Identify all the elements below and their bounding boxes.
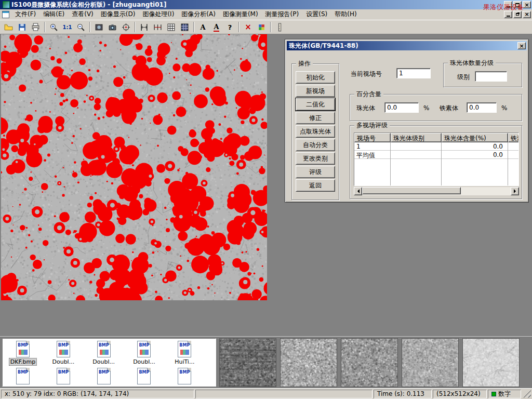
header-field-no[interactable]: 视场号 <box>354 133 391 142</box>
thumbnail-4[interactable] <box>402 338 459 387</box>
binarize-button[interactable]: 二值化 <box>296 98 335 111</box>
measure-distance-icon[interactable] <box>151 21 164 33</box>
metallograph-image[interactable] <box>1 34 267 300</box>
auto-classify-button[interactable]: 自动分类 <box>296 139 335 151</box>
correct-button[interactable]: 修正 <box>296 112 335 124</box>
percent-group-label: 百分含量 <box>354 90 383 98</box>
pearlite-percent-sign: % <box>423 104 429 112</box>
size-text: (512x512x24) <box>436 390 481 397</box>
file-item-partial[interactable]: BMP <box>44 367 83 385</box>
color-marker-icon[interactable] <box>255 21 268 33</box>
scroll-left-button[interactable] <box>354 187 362 195</box>
menu-measure-report[interactable]: 测量报告(P) <box>262 9 303 20</box>
file-item-partial[interactable]: BMP <box>4 367 42 385</box>
actual-size-icon[interactable]: 1:1 <box>61 21 74 33</box>
menu-image-analysis[interactable]: 图像分析(A) <box>178 9 219 20</box>
zoom-out-icon[interactable] <box>74 21 87 33</box>
pick-pearlite-button[interactable]: 点取珠光体 <box>296 125 335 138</box>
vendor-watermark: 果洛仪器设备 <box>483 3 524 12</box>
change-class-button[interactable]: 更改类别 <box>296 152 335 165</box>
target-icon[interactable] <box>119 21 132 33</box>
ferrite-percent-sign: % <box>501 104 507 112</box>
file-item-doubl2[interactable]: BMP Doubl... <box>85 340 123 365</box>
pearlite-input[interactable] <box>384 102 419 113</box>
thumbnail-1[interactable] <box>219 338 276 387</box>
menu-image-processing[interactable]: 图像处理(I) <box>139 9 178 20</box>
grid-line <box>390 142 391 186</box>
cell-pearlite: 0.0 <box>442 142 508 150</box>
mdi-close-button[interactable]: × <box>523 11 531 18</box>
resize-grip[interactable] <box>523 390 531 398</box>
thumbnail-3[interactable] <box>341 338 398 387</box>
font-style-icon[interactable]: A <box>210 21 223 33</box>
open-folder-icon[interactable] <box>2 21 15 33</box>
current-field-label: 当前视场号 <box>351 70 382 77</box>
close-icon: × <box>524 2 529 8</box>
file-item-partial[interactable]: BMP <box>165 367 204 385</box>
table-row[interactable]: 1 0.0 <box>354 142 518 151</box>
return-button[interactable]: 返回 <box>296 179 335 192</box>
camera-icon[interactable] <box>106 21 119 33</box>
time-text: Time (s): 0.113 <box>377 390 424 397</box>
app-icon[interactable] <box>3 1 10 8</box>
bmp-badge: BMP <box>98 370 110 375</box>
bmp-file-icon: BMP <box>57 341 70 357</box>
table-horizontal-scrollbar <box>354 187 519 195</box>
toolbar-separator <box>135 22 136 32</box>
dialog-titlebar[interactable]: 珠光体(GB/T9441-88) × <box>287 41 527 50</box>
coords-text: x: 510 y: 79 idx: 0 RGB: (174, 174, 174) <box>5 390 129 397</box>
file-item-doubl3[interactable]: BMP Doubl... <box>125 340 163 365</box>
dialog-close-button[interactable]: × <box>517 42 526 49</box>
scrollbar-thumb[interactable] <box>362 187 461 194</box>
help-icon[interactable]: ? <box>223 21 236 33</box>
scroll-right-button[interactable] <box>511 187 519 195</box>
file-item-doubl1[interactable]: BMP Doubl... <box>44 340 83 365</box>
menu-view[interactable]: 查看(V) <box>68 9 97 20</box>
init-button[interactable]: 初始化 <box>296 71 335 84</box>
application-window: IS100显微摄像系统(金相分析版) - [zhuguangti01] × 果洛… <box>0 0 532 399</box>
new-field-button[interactable]: 新视场 <box>296 85 335 97</box>
zoom-in-icon[interactable] <box>47 21 60 33</box>
header-pearlite-grade[interactable]: 珠光体级别 <box>391 133 442 142</box>
file-item-partial[interactable]: BMP <box>125 367 163 385</box>
ferrite-input[interactable] <box>467 102 497 113</box>
multi-field-group-label: 多视场评级 <box>354 122 390 129</box>
mdi-child-icon[interactable] <box>2 11 9 18</box>
save-icon[interactable] <box>16 21 29 33</box>
menu-settings[interactable]: 设置(S) <box>302 9 331 20</box>
cell-ferrite <box>508 151 519 158</box>
bmp-badge: BMP <box>57 343 70 348</box>
rate-button[interactable]: 评级 <box>296 166 335 178</box>
grid-line <box>508 142 508 186</box>
status-time: Time (s): 0.113 <box>374 390 432 398</box>
header-ferrite-content[interactable]: 铁素体含量(%) <box>508 133 519 142</box>
file-item-partial[interactable]: BMP <box>85 367 123 385</box>
header-pearlite-content[interactable]: 珠光体含量(%) <box>442 133 508 142</box>
menu-file[interactable]: 文件(F) <box>11 9 39 20</box>
scroll-left-icon <box>355 189 360 193</box>
current-field-input[interactable] <box>396 68 431 78</box>
grid-measure-icon[interactable] <box>165 21 178 33</box>
menu-image-display[interactable]: 图像显示(D) <box>97 9 139 20</box>
menu-help[interactable]: 帮助(H) <box>331 9 360 20</box>
scrollbar-track[interactable] <box>461 187 511 195</box>
snapshot-icon[interactable] <box>92 21 105 33</box>
menu-image-measure[interactable]: 图像测量(M) <box>219 9 262 20</box>
bmp-file-icon: BMP <box>97 341 111 357</box>
grade-input[interactable] <box>475 71 507 82</box>
thumbnail-2[interactable] <box>280 338 337 387</box>
menu-edit[interactable]: 编辑(E) <box>39 9 68 20</box>
grid-dark-icon[interactable] <box>178 21 191 33</box>
file-item-huiti[interactable]: BMP HuiTi... <box>165 340 204 365</box>
measure-length-icon[interactable] <box>138 21 151 33</box>
grading-group: 珠光体数量分级 级别 <box>443 63 522 87</box>
file-item-dkf[interactable]: BMP DKF.bmp <box>4 340 42 366</box>
ruler-icon[interactable] <box>273 21 286 33</box>
close-button[interactable]: × <box>523 1 531 8</box>
delete-annotation-icon[interactable]: × <box>242 21 255 33</box>
thumbnail-5[interactable] <box>462 338 520 387</box>
text-annotation-icon[interactable]: A <box>196 21 209 33</box>
table-row[interactable]: 平均值 0.0 <box>354 151 518 159</box>
print-icon[interactable] <box>29 21 42 33</box>
dialog-close-icon: × <box>519 43 524 49</box>
